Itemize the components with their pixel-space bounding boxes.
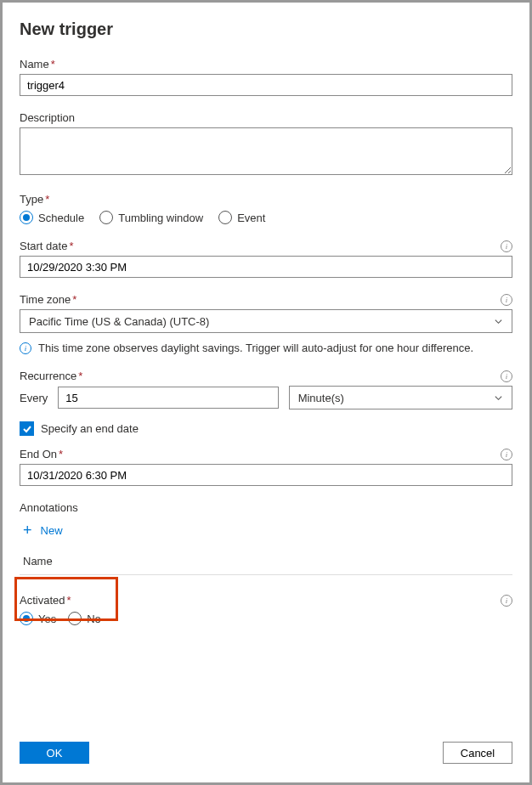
info-icon[interactable]: i	[501, 449, 512, 460]
type-radio-event[interactable]: Event	[218, 211, 265, 224]
radio-circle-icon	[218, 211, 232, 224]
panel-title: New trigger	[20, 20, 512, 39]
type-option-label: Event	[237, 212, 265, 224]
panel-content: New trigger Name* Description Type* Sche	[3, 3, 529, 735]
recurrence-field: Recurrence* i Every Minute(s)	[20, 370, 512, 409]
type-option-label: Tumbling window	[118, 212, 203, 224]
end-on-field: End On* i	[20, 448, 512, 486]
required-asterisk: *	[51, 58, 55, 71]
activated-field: Activated* i Yes No	[20, 594, 512, 625]
timezone-note: i This time zone observes daylight savin…	[20, 342, 512, 354]
activated-radio-yes[interactable]: Yes	[20, 612, 56, 625]
annotations-field: Annotations + New Name	[20, 501, 512, 575]
radio-circle-icon	[20, 612, 33, 625]
annotations-new-button[interactable]: + New	[20, 517, 66, 543]
name-field: Name*	[20, 58, 512, 96]
type-label: Type	[20, 193, 43, 206]
info-icon[interactable]: i	[501, 370, 512, 382]
required-asterisk: *	[59, 448, 63, 460]
recurrence-value-input[interactable]	[58, 387, 278, 409]
description-label: Description	[20, 111, 75, 124]
end-on-label: End On	[20, 448, 57, 460]
start-date-label: Start date	[20, 240, 67, 252]
info-icon: i	[20, 342, 31, 354]
timezone-note-text: This time zone observes daylight savings…	[38, 342, 473, 354]
end-on-input[interactable]	[20, 464, 512, 486]
required-asterisk: *	[69, 240, 73, 252]
timezone-select[interactable]: Pacific Time (US & Canada) (UTC-8)	[20, 309, 512, 333]
activated-radio-no[interactable]: No	[68, 612, 101, 625]
start-date-input[interactable]	[20, 256, 512, 278]
required-asterisk: *	[66, 594, 71, 607]
type-field: Type* Schedule Tumbling window Event	[20, 193, 512, 224]
checkmark-icon	[22, 424, 32, 434]
timezone-value: Pacific Time (US & Canada) (UTC-8)	[29, 315, 209, 328]
activated-option-label: Yes	[38, 613, 56, 625]
info-icon[interactable]: i	[501, 240, 512, 252]
info-icon[interactable]: i	[501, 294, 512, 306]
type-radio-tumbling[interactable]: Tumbling window	[99, 211, 203, 224]
new-trigger-panel: New trigger Name* Description Type* Sche	[0, 0, 532, 785]
start-date-field: Start date* i	[20, 240, 512, 278]
description-field: Description	[20, 111, 512, 178]
cancel-button[interactable]: Cancel	[443, 742, 512, 764]
annotations-column-header: Name	[20, 548, 512, 575]
recurrence-unit-select[interactable]: Minute(s)	[289, 386, 512, 409]
chevron-down-icon	[494, 393, 503, 403]
type-radio-schedule[interactable]: Schedule	[20, 211, 84, 224]
recurrence-label: Recurrence	[20, 370, 76, 382]
ok-button[interactable]: OK	[20, 742, 89, 764]
required-asterisk: *	[78, 370, 82, 382]
required-asterisk: *	[72, 293, 76, 306]
timezone-label: Time zone	[20, 293, 71, 306]
every-label: Every	[20, 392, 48, 404]
name-label: Name	[20, 58, 49, 71]
radio-circle-icon	[99, 211, 113, 224]
specify-end-label: Specify an end date	[41, 422, 139, 435]
required-asterisk: *	[45, 193, 49, 206]
timezone-field: Time zone* i Pacific Time (US & Canada) …	[20, 293, 512, 333]
specify-end-row: Specify an end date	[20, 421, 512, 436]
name-input[interactable]	[20, 74, 512, 96]
annotations-label: Annotations	[20, 501, 78, 514]
specify-end-checkbox[interactable]	[20, 421, 34, 436]
type-option-label: Schedule	[38, 212, 84, 224]
radio-circle-icon	[68, 612, 82, 625]
panel-footer: OK Cancel	[3, 735, 529, 782]
plus-icon: +	[23, 522, 32, 538]
info-icon[interactable]: i	[501, 595, 512, 607]
recurrence-unit-value: Minute(s)	[298, 392, 344, 404]
description-input[interactable]	[20, 127, 512, 175]
chevron-down-icon	[494, 317, 503, 326]
activated-label: Activated	[20, 594, 65, 607]
new-label: New	[41, 524, 63, 537]
radio-circle-icon	[20, 211, 33, 224]
activated-option-label: No	[87, 613, 101, 625]
